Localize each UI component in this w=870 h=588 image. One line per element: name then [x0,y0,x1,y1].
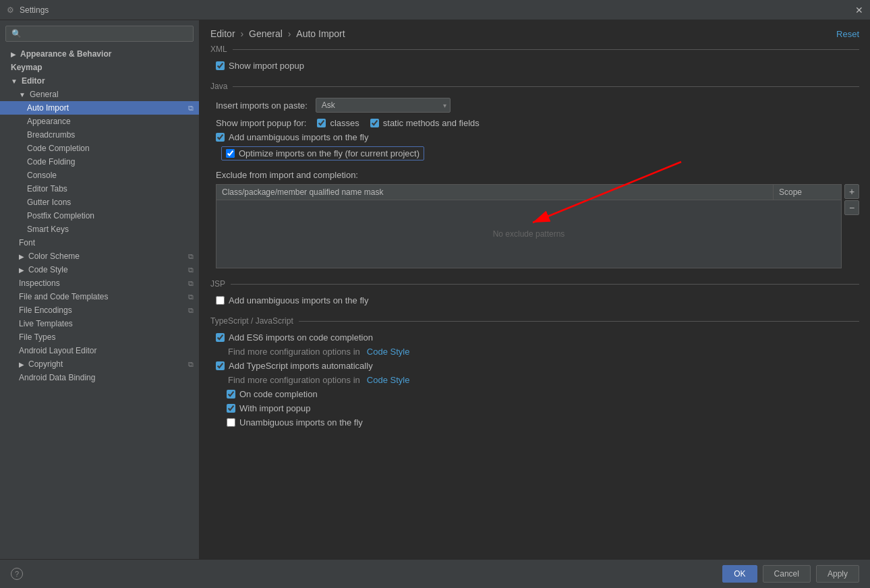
on-code-completion-label[interactable]: On code completion [227,389,318,399]
sidebar-item-file-encodings[interactable]: File Encodings ⧉ [0,303,199,317]
sidebar-item-label: File and Code Templates [19,292,109,301]
sidebar-item-general[interactable]: ▼ General [0,88,199,101]
ok-button[interactable]: OK [722,565,757,583]
sidebar-item-label: Smart Keys [27,225,69,234]
sidebar-item-code-folding[interactable]: Code Folding [0,155,199,169]
no-data-label: No exclude patterns [493,229,565,239]
sidebar-item-label: Editor [22,76,45,86]
breadcrumb-part-3: Auto Import [296,28,345,39]
footer-right: OK Cancel Apply [722,565,859,583]
code-style-link-2[interactable]: Code Style [367,375,410,385]
arrow-icon: ▶ [19,266,24,274]
jsp-add-unambiguous-checkbox[interactable] [216,296,225,305]
sidebar-item-inspections[interactable]: Inspections ⧉ [0,276,199,290]
classes-checkbox[interactable] [317,119,326,127]
insert-imports-select[interactable]: Ask Always Never [316,98,451,113]
help-icon[interactable]: ? [11,568,23,580]
sidebar-item-console[interactable]: Console [0,169,199,182]
close-button[interactable]: ✕ [855,5,863,16]
copy-icon: ⧉ [188,266,194,274]
sidebar-item-label: Appearance & Behavior [20,49,111,59]
add-unambiguous-row: Add unambiguous imports on the fly [216,132,859,142]
breadcrumb-part-2: General [249,28,283,39]
copy-icon: ⧉ [188,306,194,315]
copy-icon: ⧉ [188,360,194,369]
typescript-section-label: TypeScript / JavaScript [210,316,293,326]
add-typescript-checkbox[interactable] [216,361,225,370]
sidebar-item-android-layout-editor[interactable]: Android Layout Editor [0,344,199,357]
sidebar-item-label: Color Scheme [28,252,80,261]
remove-pattern-button[interactable]: − [844,200,859,215]
exclude-table-section: Exclude from import and completion: Clas… [216,170,859,268]
sidebar-item-file-code-templates[interactable]: File and Code Templates ⧉ [0,290,199,303]
add-es6-checkbox[interactable] [216,333,225,342]
add-typescript-label[interactable]: Add TypeScript imports automatically [216,361,373,371]
show-popup-for-label: Show import popup for: [216,118,306,128]
add-pattern-button[interactable]: + [844,184,859,199]
sidebar-item-smart-keys[interactable]: Smart Keys [0,223,199,236]
sidebar-item-postfix-completion[interactable]: Postfix Completion [0,209,199,223]
xml-show-import-popup-label[interactable]: Show import popup [216,61,304,71]
copy-icon: ⧉ [188,252,194,261]
reset-button[interactable]: Reset [836,29,859,39]
sidebar-item-editor-tabs[interactable]: Editor Tabs [0,182,199,196]
sidebar-item-label: Code Folding [27,157,75,167]
sidebar-item-label: Editor Tabs [27,184,67,194]
cancel-button[interactable]: Cancel [763,565,811,583]
footer: ? OK Cancel Apply [0,559,870,588]
sidebar-item-auto-import[interactable]: Auto Import ⧉ [0,101,199,115]
static-methods-checkbox[interactable] [370,119,379,127]
static-methods-checkbox-label[interactable]: static methods and fields [370,118,480,128]
sidebar-item-appearance[interactable]: Appearance [0,115,199,128]
jsp-section-header: JSP [210,279,859,289]
arrow-icon: ▶ [11,51,16,58]
on-code-completion-row: On code completion [227,389,859,399]
classes-checkbox-label[interactable]: classes [317,118,359,128]
sidebar-item-code-style[interactable]: ▶ Code Style ⧉ [0,263,199,276]
unambiguous-imports-label[interactable]: Unambiguous imports on the fly [227,417,363,428]
table-header: Class/package/member qualified name mask… [216,185,841,200]
sidebar-item-label: Code Completion [27,144,90,153]
optimize-imports-checkbox[interactable] [226,149,235,158]
sidebar-item-label: Postfix Completion [27,211,94,220]
sidebar-item-appearance-behavior[interactable]: ▶ Appearance & Behavior [0,47,199,61]
with-import-popup-label[interactable]: With import popup [227,403,311,413]
sidebar-item-code-completion[interactable]: Code Completion [0,142,199,155]
sidebar-item-font[interactable]: Font [0,236,199,249]
table-buttons: + − [844,184,859,268]
arrow-icon: ▼ [11,78,18,85]
on-code-completion-checkbox[interactable] [227,390,235,399]
code-style-link-1[interactable]: Code Style [367,347,410,357]
add-unambiguous-checkbox[interactable] [216,133,225,142]
add-unambiguous-label[interactable]: Add unambiguous imports on the fly [216,132,368,142]
insert-imports-row: Insert imports on paste: Ask Always Neve… [216,98,859,113]
apply-button[interactable]: Apply [816,565,859,583]
sidebar-item-file-types[interactable]: File Types [0,330,199,344]
sidebar-item-breadcrumbs[interactable]: Breadcrumbs [0,128,199,142]
search-input[interactable] [5,26,194,42]
xml-section-header: XML [210,45,859,54]
jsp-add-unambiguous-label[interactable]: Add unambiguous imports on the fly [216,295,368,305]
java-section-label: Java [210,82,227,91]
unambiguous-imports-row: Unambiguous imports on the fly [227,417,859,428]
sidebar-item-color-scheme[interactable]: ▶ Color Scheme ⧉ [0,249,199,263]
sidebar-item-label: File Encodings [19,305,72,315]
optimize-imports-text: Optimize imports on the fly (for current… [239,148,419,158]
sidebar-item-live-templates[interactable]: Live Templates [0,317,199,330]
sidebar-item-gutter-icons[interactable]: Gutter Icons [0,196,199,209]
nav-tree: ▶ Appearance & Behavior Keymap ▼ Editor … [0,47,199,559]
sidebar-item-editor[interactable]: ▼ Editor [0,74,199,88]
unambiguous-imports-text: Unambiguous imports on the fly [239,417,363,428]
java-section-header: Java [210,82,859,91]
xml-show-import-popup-checkbox[interactable] [216,61,225,70]
add-es6-label[interactable]: Add ES6 imports on code completion [216,332,373,343]
with-import-popup-checkbox[interactable] [227,404,235,413]
sidebar-item-android-data-binding[interactable]: Android Data Binding [0,371,199,384]
jsp-section-label: JSP [210,279,225,289]
sidebar: ▶ Appearance & Behavior Keymap ▼ Editor … [0,20,200,559]
content-area: Editor › General › Auto Import Reset XML… [200,20,870,559]
sidebar-item-copyright[interactable]: ▶ Copyright ⧉ [0,357,199,371]
sidebar-item-label: Live Templates [19,319,73,328]
sidebar-item-keymap[interactable]: Keymap [0,61,199,74]
unambiguous-imports-checkbox[interactable] [227,418,235,427]
